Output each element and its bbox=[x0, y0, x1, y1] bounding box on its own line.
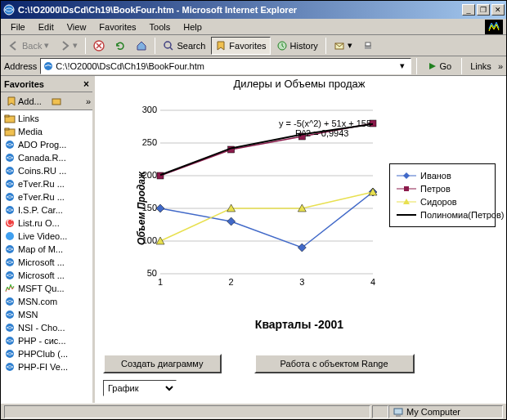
links-label[interactable]: Links bbox=[467, 61, 495, 71]
legend-label: Полиномиа(Петров) bbox=[420, 210, 504, 220]
favorites-item[interactable]: I.S.P. Car... bbox=[2, 203, 91, 217]
favorites-item-icon bbox=[4, 322, 16, 333]
menu-help[interactable]: Help bbox=[177, 20, 209, 34]
address-input-wrap[interactable]: ▾ bbox=[40, 58, 411, 74]
favorites-item[interactable]: Canada.R... bbox=[2, 151, 91, 164]
favorites-item-label: Microsoft ... bbox=[18, 257, 65, 267]
chart-type-select[interactable]: График bbox=[103, 380, 177, 396]
home-icon bbox=[136, 40, 147, 51]
forward-dropdown-icon: ▾ bbox=[73, 40, 78, 51]
svg-text:1: 1 bbox=[158, 277, 163, 287]
go-button[interactable]: Go bbox=[422, 59, 457, 74]
favorites-tools-chevron-icon[interactable]: » bbox=[86, 96, 91, 106]
legend-label: Иванов bbox=[420, 171, 451, 181]
refresh-button[interactable] bbox=[110, 37, 130, 55]
svg-marker-50 bbox=[227, 217, 236, 226]
history-label: History bbox=[290, 41, 318, 51]
menubar: File Edit View Favorites Tools Help bbox=[1, 19, 506, 35]
favorites-item-icon: C bbox=[4, 217, 16, 229]
favorites-item-icon bbox=[4, 126, 16, 137]
titlebar: C:\!O2000\DsCd\Ch19\BookFour.htm - Micro… bbox=[1, 1, 506, 19]
favorites-item[interactable]: Coins.RU ... bbox=[2, 164, 91, 177]
favorites-item[interactable]: Microsoft ... bbox=[2, 269, 91, 282]
search-button[interactable]: Search bbox=[159, 37, 209, 55]
search-label: Search bbox=[177, 41, 205, 51]
favorites-item-icon bbox=[4, 309, 16, 320]
favorites-item-icon bbox=[4, 165, 16, 176]
stop-button[interactable] bbox=[89, 37, 109, 55]
favorites-item-icon bbox=[4, 204, 16, 216]
favorites-list[interactable]: LinksMediaADO Prog...Canada.R...Coins.RU… bbox=[1, 110, 92, 403]
home-button[interactable] bbox=[132, 37, 151, 55]
favorites-item[interactable]: PHPClub (... bbox=[2, 347, 91, 360]
forward-button[interactable]: ▾ bbox=[55, 37, 82, 55]
menu-favorites[interactable]: Favorites bbox=[92, 20, 142, 34]
mail-icon bbox=[334, 40, 345, 51]
favorites-organize-button[interactable] bbox=[47, 95, 65, 108]
minimize-button[interactable]: _ bbox=[462, 4, 475, 16]
address-input[interactable] bbox=[54, 61, 395, 71]
svg-text:R^2 = 0,9943: R^2 = 0,9943 bbox=[295, 128, 348, 138]
close-button[interactable]: ✕ bbox=[491, 4, 505, 16]
favorites-item[interactable]: Live Video... bbox=[2, 230, 91, 243]
favorites-add-button[interactable]: Add... bbox=[2, 95, 46, 108]
favorites-item[interactable]: MSFT Qu... bbox=[2, 282, 91, 295]
favorites-item[interactable]: Map of M... bbox=[2, 243, 91, 256]
menu-view[interactable]: View bbox=[61, 20, 93, 34]
menu-file[interactable]: File bbox=[4, 20, 32, 34]
favorites-close-button[interactable]: × bbox=[83, 78, 89, 90]
favorites-item[interactable]: eTver.Ru ... bbox=[2, 190, 91, 203]
history-button[interactable]: History bbox=[272, 37, 322, 55]
favorites-item[interactable]: MSN.com bbox=[2, 295, 91, 308]
svg-point-3 bbox=[164, 42, 171, 48]
favorites-title: Favorites bbox=[4, 79, 44, 89]
favorites-button[interactable]: Favorites bbox=[211, 37, 270, 55]
forward-arrow-icon bbox=[59, 40, 70, 51]
favorites-item[interactable]: eTver.Ru ... bbox=[2, 177, 91, 190]
favorites-item-icon bbox=[4, 296, 16, 307]
controls: Создать диаграмму Работа с объектом Rang… bbox=[103, 354, 496, 396]
favorites-item[interactable]: MSN bbox=[2, 308, 91, 321]
addressbar: Address ▾ Go Links » bbox=[1, 56, 506, 76]
legend-item: Сидоров bbox=[397, 195, 488, 208]
favorites-item-label: PHP - сис... bbox=[18, 336, 66, 346]
svg-text:50: 50 bbox=[147, 268, 157, 278]
back-button[interactable]: Back ▾ bbox=[4, 37, 53, 55]
favorites-item[interactable]: ADO Prog... bbox=[2, 138, 91, 151]
favorites-item-label: Media bbox=[18, 127, 43, 136]
chart-container: Дилеры и Объемы продаж Объем Продаж 5010… bbox=[103, 76, 496, 337]
chart-title: Дилеры и Объемы продаж bbox=[103, 76, 496, 90]
print-icon bbox=[362, 40, 374, 51]
menu-tools[interactable]: Tools bbox=[143, 20, 177, 34]
mail-button[interactable]: ▾ bbox=[330, 37, 357, 55]
main-view: Дилеры и Объемы продаж Объем Продаж 5010… bbox=[95, 76, 506, 403]
favorites-panel: Favorites × Add... » LinksMediaADO Prog.… bbox=[1, 76, 95, 403]
maximize-button[interactable]: ❐ bbox=[477, 4, 490, 16]
svg-rect-71 bbox=[396, 415, 401, 417]
create-chart-button[interactable]: Создать диаграмму bbox=[103, 354, 222, 373]
links-chevron-icon[interactable]: » bbox=[498, 61, 503, 71]
favorites-item-icon bbox=[4, 191, 16, 203]
legend-label: Сидоров bbox=[420, 197, 457, 207]
favorites-item[interactable]: PHP-FI Ve... bbox=[2, 360, 91, 373]
favorites-item[interactable]: CList.ru O... bbox=[2, 217, 91, 230]
favorites-item[interactable]: Microsoft ... bbox=[2, 256, 91, 269]
statusbar: My Computer bbox=[1, 403, 506, 419]
favorites-item[interactable]: PHP - сис... bbox=[2, 334, 91, 347]
favorites-item[interactable]: NSI - Cho... bbox=[2, 321, 91, 334]
range-work-button[interactable]: Работа с объектом Range bbox=[254, 354, 415, 373]
toolbar: Back ▾ ▾ Search Favorites History ▾ bbox=[1, 35, 506, 56]
favorites-item-label: eTver.Ru ... bbox=[18, 179, 65, 189]
stop-icon bbox=[93, 40, 105, 51]
svg-text:2: 2 bbox=[229, 277, 234, 287]
favorites-item[interactable]: Media bbox=[2, 125, 91, 138]
favorites-item-label: Coins.RU ... bbox=[18, 166, 66, 176]
favorites-item-label: Microsoft ... bbox=[18, 270, 65, 280]
favorites-item[interactable]: Links bbox=[2, 112, 91, 125]
address-dropdown-icon[interactable]: ▾ bbox=[396, 60, 409, 71]
menu-edit[interactable]: Edit bbox=[32, 20, 61, 34]
favorites-item-label: Links bbox=[18, 114, 39, 123]
print-button[interactable] bbox=[358, 37, 378, 55]
svg-rect-14 bbox=[5, 128, 9, 130]
status-main bbox=[4, 405, 370, 418]
